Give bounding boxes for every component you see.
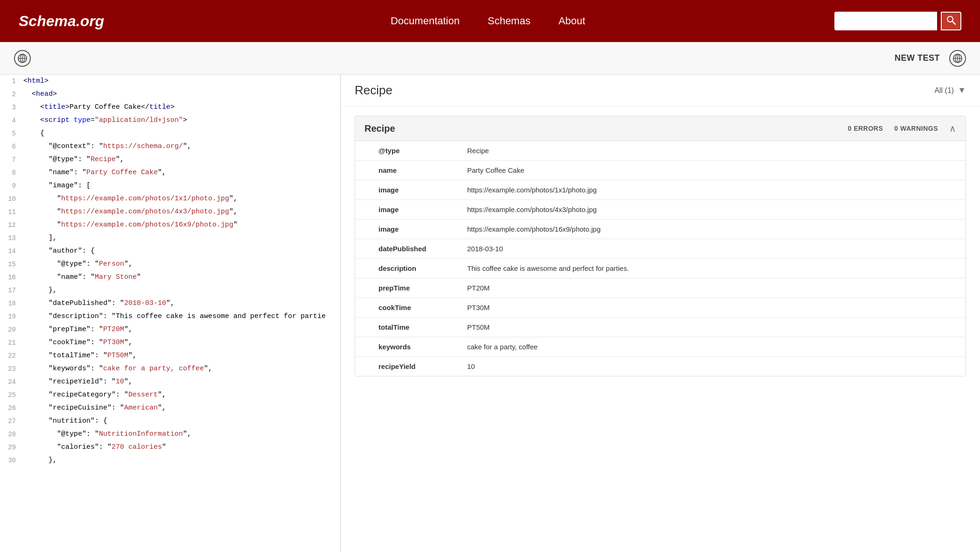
line-content: "image": [ xyxy=(23,180,340,192)
code-line: 17 }, xyxy=(0,284,340,297)
main-content: 1<html>2 <head>3 <title>Party Coffee Cak… xyxy=(0,75,980,552)
field-value: https://example.com/photos/16x9/photo.jp… xyxy=(458,219,966,239)
field-key: image xyxy=(355,200,458,219)
filter-label: All (1) xyxy=(934,86,954,95)
line-number: 7 xyxy=(0,154,23,166)
code-line: 18 "datePublished": "2018-03-10", xyxy=(0,297,340,310)
line-number: 19 xyxy=(0,311,23,323)
field-value: PT20M xyxy=(458,278,966,298)
code-line: 25 "recipeCategory": "Dessert", xyxy=(0,389,340,402)
code-line: 12 "https://example.com/photos/16x9/phot… xyxy=(0,219,340,232)
toolbar: NEW TEST xyxy=(0,42,980,75)
line-number: 8 xyxy=(0,167,23,179)
line-number: 29 xyxy=(0,441,23,453)
line-number: 27 xyxy=(0,415,23,427)
table-row: imagehttps://example.com/photos/1x1/phot… xyxy=(355,180,966,200)
table-row: imagehttps://example.com/photos/4x3/phot… xyxy=(355,200,966,219)
globe-icon[interactable] xyxy=(14,50,31,67)
line-content: "author": { xyxy=(23,245,340,257)
line-number: 30 xyxy=(0,454,23,467)
field-value: https://example.com/photos/4x3/photo.jpg xyxy=(458,200,966,219)
line-number: 9 xyxy=(0,180,23,192)
line-content: "prepTime": "PT20M", xyxy=(23,324,340,336)
collapse-button[interactable]: ∧ xyxy=(949,123,956,134)
line-content: "cookTime": "PT30M", xyxy=(23,337,340,349)
line-number: 21 xyxy=(0,337,23,349)
results-pane[interactable]: Recipe All (1) ▼ Recipe 0 ERRORS 0 WARNI… xyxy=(341,75,980,552)
code-line: 2 <head> xyxy=(0,88,340,101)
code-line: 7 "@type": "Recipe", xyxy=(0,153,340,166)
nav-about[interactable]: About xyxy=(559,15,586,27)
results-filter: All (1) ▼ xyxy=(934,85,966,95)
table-row: recipeYield10 xyxy=(355,357,966,376)
line-number: 4 xyxy=(0,114,23,127)
search-button[interactable] xyxy=(941,12,961,30)
code-line: 13 ], xyxy=(0,232,340,245)
code-scroll[interactable]: 1<html>2 <head>3 <title>Party Coffee Cak… xyxy=(0,75,340,552)
data-table: @typeRecipenameParty Coffee Cakeimagehtt… xyxy=(355,141,966,376)
line-number: 1 xyxy=(0,75,23,87)
nav-schemas[interactable]: Schemas xyxy=(488,15,531,27)
recipe-card-stats: 0 ERRORS 0 WARNINGS ∧ xyxy=(848,123,956,134)
line-number: 26 xyxy=(0,402,23,414)
line-number: 20 xyxy=(0,324,23,336)
line-content: "datePublished": "2018-03-10", xyxy=(23,297,340,310)
line-content: "keywords": "cake for a party, coffee", xyxy=(23,363,340,375)
line-content: "nutrition": { xyxy=(23,415,340,427)
field-value: 10 xyxy=(458,357,966,376)
results-header: Recipe All (1) ▼ xyxy=(341,75,980,106)
line-content: "@type": "Recipe", xyxy=(23,154,340,166)
table-row: prepTimePT20M xyxy=(355,278,966,298)
code-line: 6 "@context": "https://schema.org/", xyxy=(0,140,340,153)
line-content: "@type": "Person", xyxy=(23,258,340,270)
code-line: 8 "name": "Party Coffee Cake", xyxy=(0,166,340,179)
line-content: "https://example.com/photos/16x9/photo.j… xyxy=(23,219,340,231)
code-line: 23 "keywords": "cake for a party, coffee… xyxy=(0,362,340,375)
line-content: "@context": "https://schema.org/", xyxy=(23,141,340,153)
nav-documentation[interactable]: Documentation xyxy=(391,15,460,27)
field-key: image xyxy=(355,180,458,200)
line-number: 28 xyxy=(0,428,23,440)
line-number: 13 xyxy=(0,232,23,244)
table-row: datePublished2018-03-10 xyxy=(355,239,966,259)
line-number: 24 xyxy=(0,376,23,388)
dropdown-arrow-icon[interactable]: ▼ xyxy=(958,85,966,95)
code-lines: 1<html>2 <head>3 <title>Party Coffee Cak… xyxy=(0,75,340,467)
line-content: "name": "Party Coffee Cake", xyxy=(23,167,340,179)
line-number: 18 xyxy=(0,297,23,310)
warnings-label: 0 WARNINGS xyxy=(894,125,938,132)
recipe-card: Recipe 0 ERRORS 0 WARNINGS ∧ @typeRecipe… xyxy=(355,116,966,376)
line-content: <script type="application/ld+json"> xyxy=(23,114,340,127)
field-key: keywords xyxy=(355,337,458,357)
line-content: <html> xyxy=(23,75,340,87)
code-line: 26 "recipeCuisine": "American", xyxy=(0,402,340,415)
line-content: "totalTime": "PT50M", xyxy=(23,350,340,362)
table-row: @typeRecipe xyxy=(355,141,966,161)
recipe-card-title: Recipe xyxy=(364,123,395,134)
globe-icon-right[interactable] xyxy=(949,50,966,67)
code-line: 27 "nutrition": { xyxy=(0,415,340,428)
field-value: cake for a party, coffee xyxy=(458,337,966,357)
errors-label: 0 ERRORS xyxy=(848,125,883,132)
search-input[interactable] xyxy=(834,12,937,30)
new-test-button[interactable]: NEW TEST xyxy=(895,53,940,63)
code-line: 10 "https://example.com/photos/1x1/photo… xyxy=(0,192,340,205)
table-row: keywordscake for a party, coffee xyxy=(355,337,966,357)
field-key: recipeYield xyxy=(355,357,458,376)
toolbar-right: NEW TEST xyxy=(895,50,966,67)
line-content: }, xyxy=(23,454,340,467)
line-content: "recipeCuisine": "American", xyxy=(23,402,340,414)
code-line: 29 "calories": "270 calories" xyxy=(0,441,340,454)
field-key: description xyxy=(355,259,458,278)
main-nav: Documentation Schemas About xyxy=(141,15,834,27)
table-row: nameParty Coffee Cake xyxy=(355,161,966,180)
line-number: 16 xyxy=(0,271,23,283)
line-number: 3 xyxy=(0,101,23,113)
code-line: 11 "https://example.com/photos/4x3/photo… xyxy=(0,205,340,219)
line-content: "recipeCategory": "Dessert", xyxy=(23,389,340,401)
field-key: totalTime xyxy=(355,318,458,337)
code-line: 4 <script type="application/ld+json"> xyxy=(0,114,340,127)
site-logo[interactable]: Schema.org xyxy=(19,13,104,30)
code-line: 15 "@type": "Person", xyxy=(0,258,340,271)
line-content: }, xyxy=(23,284,340,297)
